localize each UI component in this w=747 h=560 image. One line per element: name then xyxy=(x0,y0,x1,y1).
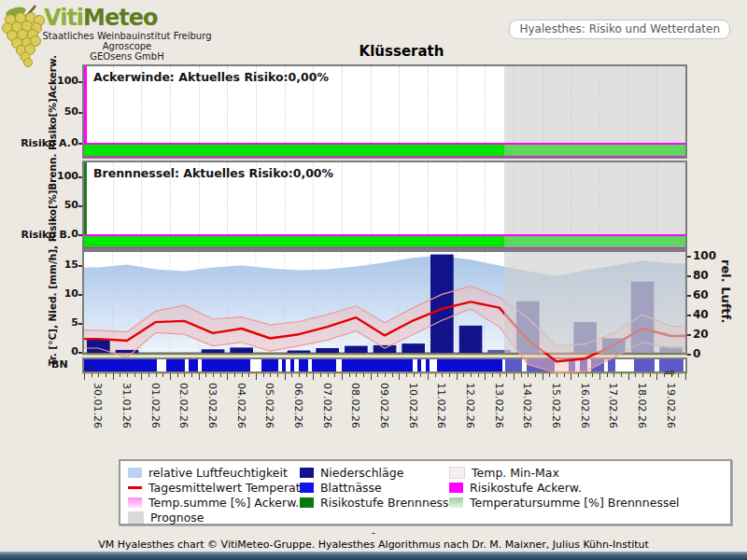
x-axis-date-label: 06.02.26 xyxy=(292,383,304,428)
x-axis-date-label: 12.02.26 xyxy=(464,383,476,428)
panel-title-brennnessel: Brennnessel: Aktuelles Risiko:0,00% xyxy=(93,166,333,180)
y-axis-tickmark xyxy=(78,234,82,236)
y-axis-tickmark xyxy=(78,176,82,178)
legend-column: NiederschlägeBlattnässeRisikostufe Brenn… xyxy=(300,465,459,510)
day-gridline xyxy=(485,66,486,143)
y-axis-tick-label: 15 xyxy=(52,259,78,271)
legend-item: Temp. Min-Max xyxy=(449,465,680,480)
y-axis-tick-label: 50 xyxy=(52,105,78,118)
legend-item: Temp.summe [%] Ackerw. xyxy=(128,495,313,510)
legend-label: Temp.summe [%] Ackerw. xyxy=(148,496,299,510)
y-axis-tick-label: 20 xyxy=(693,328,723,341)
legend-label: Prognose xyxy=(150,511,204,525)
bottom-bar xyxy=(0,552,747,560)
scroll-left-icon[interactable]: ⇦ xyxy=(84,361,95,374)
risk-level-band-brennnessel xyxy=(84,234,685,248)
legend-label: Risikostufe Brennnessel xyxy=(320,496,459,510)
y-axis-tickmark xyxy=(687,256,691,258)
x-axis-date-label: 07.02.26 xyxy=(321,383,333,428)
x-axis-date-label: 09.02.26 xyxy=(378,383,390,428)
legend-item: relative Luftfeuchtigkeit xyxy=(128,465,313,480)
x-axis-date-label: 02.02.26 xyxy=(177,383,190,428)
legend-item: Temperatursumme [%] Brennnessel xyxy=(449,495,680,510)
day-gridline xyxy=(371,66,372,143)
x-axis-date-label: 10.02.26 xyxy=(407,383,419,428)
risk-panel-brennnessel: Brennnessel: Aktuelles Risiko:0,00% xyxy=(82,161,687,250)
y-axis-tick-label: 0 xyxy=(52,136,78,148)
y-axis-tickmark xyxy=(78,112,82,114)
precip-bar xyxy=(230,347,253,353)
x-axis-date-label: 04.02.26 xyxy=(235,383,247,428)
legend-item: Niederschläge xyxy=(300,465,459,480)
day-gridline xyxy=(399,162,400,234)
scroll-right-icon[interactable]: ⇨ xyxy=(665,366,676,379)
y-axis-tickmark xyxy=(687,315,691,316)
day-gridline xyxy=(342,66,343,143)
x-axis-date-label: 03.02.26 xyxy=(206,383,218,428)
legend-swatch xyxy=(449,483,463,493)
legend-swatch xyxy=(128,511,144,524)
precip-bar xyxy=(459,326,483,353)
day-gridline xyxy=(399,66,400,143)
temp-sum-brennnessel-line xyxy=(84,162,87,234)
forecast-overlay xyxy=(504,252,685,353)
legend-item: Blattnässe xyxy=(300,480,459,495)
panel-title-ackerwinde: Ackerwinde: Aktuelles Risiko:0,00% xyxy=(93,70,329,84)
forecast-overlay xyxy=(504,162,685,234)
temp-sum-ackerwinde-line xyxy=(84,66,87,143)
legend-item: Tagesmittelwert Temperatur xyxy=(128,480,313,495)
footer-credit: VM Hyalesthes chart © VitiMeteo-Gruppe. … xyxy=(0,539,747,551)
precip-bar xyxy=(345,346,368,353)
risk-level-band-forecast xyxy=(504,236,685,247)
legend-swatch xyxy=(300,483,314,493)
y-axis-tick-label: 100 xyxy=(52,170,78,182)
legend-swatch xyxy=(128,468,142,478)
precip-bar xyxy=(374,345,397,353)
x-axis-date-label: 05.02.26 xyxy=(263,383,275,428)
day-gridline xyxy=(457,66,458,143)
legend-swatch xyxy=(300,497,314,508)
day-gridline xyxy=(457,162,458,234)
leaf-wetness-axis-label: BN xyxy=(51,358,68,371)
legend-swatch xyxy=(449,467,465,479)
y-axis-tick-label: 5 xyxy=(52,316,78,329)
legend-item: Risikostufe Brennnessel xyxy=(300,495,459,510)
y-axis-tickmark xyxy=(687,295,691,297)
legend-label: Risikostufe Ackerw. xyxy=(470,481,582,495)
weather-panel xyxy=(82,250,687,355)
y-axis-tickmark xyxy=(78,81,82,83)
y-axis-tick-label: 60 xyxy=(693,288,723,301)
day-gridline xyxy=(428,66,429,143)
y-axis-tickmark xyxy=(78,143,82,145)
legend-label: Temp. Min-Max xyxy=(472,466,559,480)
y-axis-tick-label: 50 xyxy=(52,199,78,211)
y-axis-tick-label: 10 xyxy=(52,287,78,300)
x-axis-date-label: 11.02.26 xyxy=(435,383,447,428)
y-axis-tick-label: 0 xyxy=(693,347,723,360)
y-axis-tickmark xyxy=(687,354,691,356)
precip-bar xyxy=(430,255,454,353)
legend-column: Temp. Min-MaxRisikostufe Ackerw.Temperat… xyxy=(449,465,680,510)
legend-swatch xyxy=(449,497,463,508)
x-axis-date-label: 17.02.26 xyxy=(607,383,619,428)
y-axis-tickmark xyxy=(78,205,82,207)
y-axis-tick-label: 100 xyxy=(52,75,78,87)
footer-dash: - xyxy=(0,526,747,539)
precip-bar xyxy=(402,343,425,353)
day-gridline xyxy=(428,162,429,234)
legend-label: Blattnässe xyxy=(320,481,382,495)
legend-swatch xyxy=(128,486,142,489)
legend-label: Temperatursumme [%] Brennnessel xyxy=(470,496,680,510)
forecast-overlay xyxy=(504,66,685,143)
x-axis-date-label: 08.02.26 xyxy=(349,383,361,428)
precip-bar xyxy=(288,351,311,354)
precip-bar xyxy=(202,349,225,353)
y-axis-tick-label: 0 xyxy=(52,228,78,240)
y-axis-tick-label: 40 xyxy=(693,308,723,321)
day-gridline xyxy=(342,162,343,234)
y-axis-tick-label: 0 xyxy=(52,345,78,357)
legend-item: Prognose xyxy=(128,510,313,525)
x-axis-date-label: 19.02.26 xyxy=(665,383,677,428)
y-axis-tickmark xyxy=(687,275,691,277)
risk-panel-ackerwinde: Ackerwinde: Aktuelles Risiko:0,00% xyxy=(82,64,687,159)
